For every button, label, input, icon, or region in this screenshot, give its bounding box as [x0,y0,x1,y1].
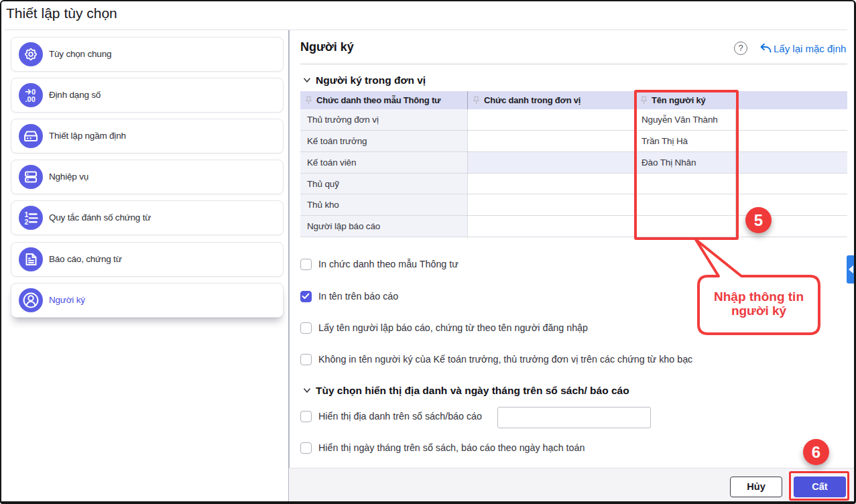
svg-text:2: 2 [25,218,29,226]
svg-text:.00: .00 [25,95,36,103]
svg-text:1: 1 [25,210,29,218]
